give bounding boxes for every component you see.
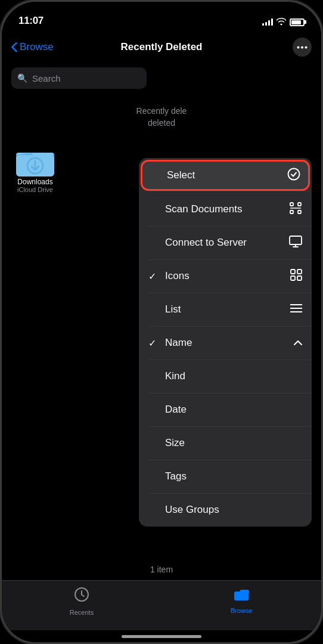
menu-item-select[interactable]: Select bbox=[141, 160, 310, 191]
wifi-icon bbox=[277, 17, 286, 27]
more-button[interactable] bbox=[293, 38, 312, 57]
notch bbox=[114, 2, 209, 21]
search-bar[interactable]: 🔍 Search bbox=[11, 67, 147, 89]
folder-sub: iCloud Drive bbox=[17, 186, 53, 193]
svg-point-2 bbox=[305, 46, 308, 48]
icons-label: Icons bbox=[165, 270, 190, 282]
chevron-up-icon bbox=[294, 338, 302, 348]
kind-item-left: Kind bbox=[148, 370, 185, 382]
select-item-left: Select bbox=[150, 169, 195, 181]
list-item-left: List bbox=[148, 304, 181, 315]
dropdown-menu: Select Scan Documents bbox=[139, 158, 312, 527]
phone-frame: 11:07 bbox=[0, 0, 323, 644]
tags-label: Tags bbox=[165, 470, 187, 482]
folder-icon bbox=[16, 147, 54, 178]
svg-rect-14 bbox=[297, 270, 302, 274]
menu-item-use-groups[interactable]: Use Groups bbox=[139, 493, 312, 527]
connect-item-left: Connect to Server bbox=[148, 237, 247, 249]
list-icon bbox=[290, 304, 302, 316]
svg-rect-10 bbox=[298, 210, 301, 213]
svg-rect-9 bbox=[290, 210, 293, 213]
date-item-left: Date bbox=[148, 404, 187, 416]
svg-rect-12 bbox=[290, 236, 302, 244]
bottom-section: 1 item Recents bbox=[2, 559, 321, 642]
list-label: List bbox=[165, 304, 181, 315]
menu-item-list[interactable]: List bbox=[139, 293, 312, 326]
page-title: Recently Deleted bbox=[121, 41, 203, 53]
svg-rect-21 bbox=[234, 592, 249, 600]
size-item-left: Size bbox=[148, 437, 185, 449]
name-item-left: ✓ Name bbox=[148, 337, 192, 349]
folder-name: Downloads bbox=[17, 178, 52, 186]
menu-item-name[interactable]: ✓ Name bbox=[139, 326, 312, 360]
kind-label: Kind bbox=[165, 370, 185, 382]
name-check: ✓ bbox=[148, 338, 159, 349]
svg-point-1 bbox=[301, 46, 303, 48]
groups-label: Use Groups bbox=[165, 504, 219, 516]
svg-rect-15 bbox=[291, 276, 295, 280]
svg-point-6 bbox=[288, 168, 300, 179]
grid-icon bbox=[290, 269, 302, 284]
svg-rect-13 bbox=[291, 270, 295, 274]
date-label: Date bbox=[165, 404, 187, 416]
select-icon bbox=[287, 168, 300, 184]
search-area: 🔍 Search bbox=[2, 63, 321, 94]
svg-rect-7 bbox=[290, 203, 293, 206]
tags-item-left: Tags bbox=[148, 470, 187, 482]
recents-label: Recents bbox=[70, 609, 94, 616]
size-label: Size bbox=[165, 437, 185, 449]
battery-icon bbox=[290, 18, 305, 26]
menu-item-icons[interactable]: ✓ Icons bbox=[139, 259, 312, 293]
browse-icon bbox=[234, 587, 249, 605]
svg-point-0 bbox=[297, 46, 300, 48]
tab-recents[interactable]: Recents bbox=[2, 587, 162, 616]
folder-item[interactable]: Downloads iCloud Drive bbox=[11, 147, 59, 193]
icons-check: ✓ bbox=[148, 271, 159, 282]
menu-item-tags[interactable]: Tags bbox=[139, 460, 312, 493]
main-content: Recently dele deleted Downloads iCl bbox=[2, 94, 321, 205]
scan-label: Scan Documents bbox=[165, 203, 242, 215]
groups-item-left: Use Groups bbox=[148, 504, 219, 516]
back-button[interactable]: Browse bbox=[11, 41, 54, 53]
scan-icon bbox=[289, 202, 302, 218]
status-time: 11:07 bbox=[18, 15, 44, 27]
screen: 11:07 bbox=[2, 2, 321, 642]
scan-item-left: Scan Documents bbox=[148, 203, 242, 215]
item-count: 1 item bbox=[2, 559, 321, 580]
menu-item-kind[interactable]: Kind bbox=[139, 360, 312, 393]
select-label: Select bbox=[167, 169, 195, 181]
menu-item-date[interactable]: Date bbox=[139, 393, 312, 426]
recents-icon bbox=[74, 587, 89, 606]
menu-item-size[interactable]: Size bbox=[139, 426, 312, 460]
menu-item-connect-server[interactable]: Connect to Server bbox=[139, 226, 312, 259]
back-label: Browse bbox=[20, 41, 54, 53]
signal-icon bbox=[262, 18, 273, 26]
menu-item-scan-documents[interactable]: Scan Documents bbox=[139, 193, 312, 226]
search-icon: 🔍 bbox=[17, 73, 27, 83]
tab-bar: Recents Browse bbox=[2, 580, 321, 630]
monitor-icon bbox=[289, 236, 302, 250]
nav-bar: Browse Recently Deleted bbox=[2, 32, 321, 63]
browse-label: Browse bbox=[231, 607, 253, 614]
tab-browse[interactable]: Browse bbox=[162, 587, 321, 614]
home-bar bbox=[122, 635, 201, 638]
svg-rect-16 bbox=[297, 276, 302, 280]
svg-rect-8 bbox=[298, 203, 301, 206]
recently-deleted-text: Recently dele deleted bbox=[11, 106, 312, 129]
icons-item-left: ✓ Icons bbox=[148, 270, 190, 282]
search-placeholder: Search bbox=[32, 73, 61, 83]
connect-label: Connect to Server bbox=[165, 237, 247, 249]
name-label: Name bbox=[165, 337, 192, 349]
home-indicator bbox=[2, 630, 321, 642]
status-icons bbox=[262, 17, 305, 27]
